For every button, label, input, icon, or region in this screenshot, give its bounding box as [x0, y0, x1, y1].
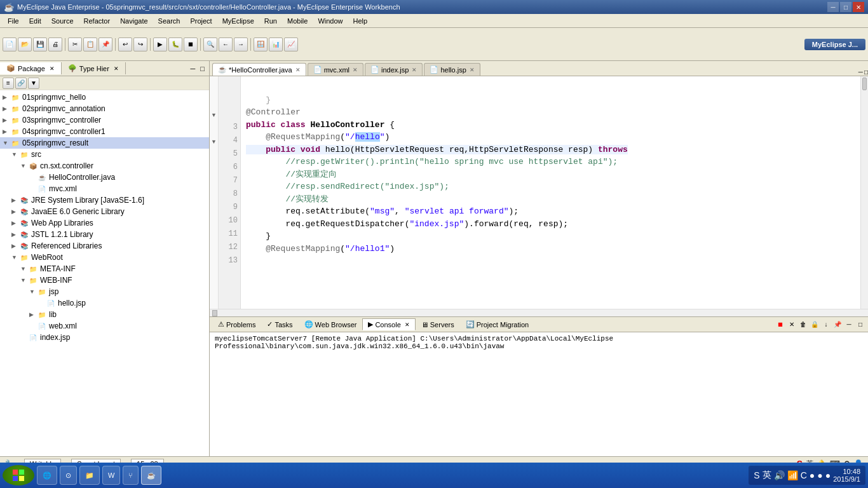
tab-close-mvcxml[interactable]: ✕ [353, 67, 358, 73]
list-item[interactable]: 📄 index.jsp [0, 332, 209, 343]
tray-network[interactable]: 📶 [787, 470, 798, 480]
fold-arrow[interactable]: ▼ [210, 108, 218, 121]
editor-hscrollbar[interactable] [210, 309, 868, 316]
tray-csdn[interactable]: C [801, 470, 807, 480]
tab-servers[interactable]: 🖥 Servers [416, 319, 460, 330]
editor-content[interactable]: ▼ ▼ 3 4 5 6 7 8 [210, 76, 868, 309]
list-item[interactable]: ▶ 📁 03springmvc_controller [0, 114, 209, 126]
list-item[interactable]: ▼ 📁 05springmvc_result [0, 137, 209, 149]
typehier-tab-close[interactable]: ✕ [114, 65, 119, 72]
myeclipse-button[interactable]: MyEclipse J... [804, 39, 865, 50]
tray-sogou[interactable]: S [754, 470, 759, 480]
console-pin[interactable]: 📌 [832, 320, 843, 330]
taskbar-file-manager[interactable]: 📁 [79, 466, 100, 485]
list-item[interactable]: ▼ 📁 jsp [0, 286, 209, 297]
tab-webbrowser[interactable]: 🌐 Web Browser [299, 318, 363, 330]
minimize-button[interactable]: ─ [827, 2, 839, 12]
list-item[interactable]: ▶ 📁 lib [0, 309, 209, 320]
editor-minimize[interactable]: ─ [858, 69, 863, 76]
taskbar-ie[interactable]: 🌐 [37, 466, 57, 485]
tree-link-editor[interactable]: 🔗 [15, 78, 27, 89]
tray-app2[interactable]: ● [817, 470, 822, 480]
list-item[interactable]: 📄 hello.jsp [0, 297, 209, 309]
tray-lang[interactable]: 英 [763, 470, 771, 481]
tab-console[interactable]: ▶ Console ✕ [362, 318, 415, 330]
menu-file[interactable]: File [3, 16, 24, 26]
hscrollbar-thumb[interactable] [212, 310, 217, 316]
tab-problems[interactable]: ⚠ Problems [212, 318, 261, 330]
list-item[interactable]: ▼ 📁 WebRoot [0, 252, 209, 263]
tab-indexjsp[interactable]: 📄 index.jsp ✕ [365, 63, 423, 76]
menu-myeclipse[interactable]: MyEclipse [217, 16, 259, 26]
tree-collapse-all[interactable]: ≡ [3, 78, 14, 89]
toolbar-btn-new[interactable]: 📄 [3, 37, 17, 51]
console-remove[interactable]: ✕ [787, 320, 797, 330]
start-button[interactable] [3, 465, 34, 485]
list-item[interactable]: ▶ 📚 JSTL 1.2.1 Library [0, 229, 209, 240]
tab-typehier[interactable]: 🌳 Type Hier ✕ [62, 62, 126, 74]
editor-maximize[interactable]: □ [864, 69, 868, 76]
menu-window[interactable]: Window [313, 16, 348, 26]
toolbar-btn-open[interactable]: 📂 [18, 37, 32, 51]
toolbar-btn-undo[interactable]: ↩ [118, 37, 132, 51]
tray-app1[interactable]: ● [810, 470, 815, 480]
tab-close-hellocontroller[interactable]: ✕ [295, 67, 301, 73]
toolbar-btn-run[interactable]: ▶ [153, 37, 167, 51]
list-item[interactable]: ▶ 📚 JRE System Library [JavaSE-1.6] [0, 194, 209, 206]
tab-projectmigration[interactable]: 🔄 Project Migration [460, 318, 535, 330]
toolbar-btn-paste[interactable]: 📌 [98, 37, 112, 51]
code-editor[interactable]: } @Controller public class HelloControll… [241, 76, 860, 309]
menu-navigate[interactable]: Navigate [115, 16, 153, 26]
tab-mvcxml[interactable]: 📄 mvc.xml ✕ [308, 63, 363, 76]
list-item[interactable]: ▶ 📁 02springmvc_annotation [0, 103, 209, 114]
console-maximize[interactable]: □ [855, 320, 865, 330]
list-item[interactable]: ▶ 📁 04springmvc_controller1 [0, 126, 209, 137]
console-stop[interactable]: ⏹ [775, 320, 785, 330]
tree-menu[interactable]: ▼ [28, 78, 39, 89]
menu-source[interactable]: Source [46, 16, 79, 26]
toolbar-btn-stop[interactable]: ⏹ [184, 37, 198, 51]
toolbar-btn-debug[interactable]: 🐛 [168, 37, 182, 51]
tab-tasks[interactable]: ✓ Tasks [261, 318, 298, 330]
taskbar-git[interactable]: ⑂ [123, 466, 139, 485]
toolbar-btn-perspective[interactable]: 🪟 [254, 37, 268, 51]
list-item[interactable]: ▼ 📁 META-INF [0, 263, 209, 274]
toolbar-btn-view2[interactable]: 📈 [284, 37, 298, 51]
toolbar-btn-search[interactable]: 🔍 [203, 37, 217, 51]
console-scroll-lock[interactable]: 🔒 [810, 320, 820, 330]
close-button[interactable]: ✕ [853, 2, 864, 12]
console-tab-close[interactable]: ✕ [405, 322, 410, 328]
list-item[interactable]: ▼ 📁 src [0, 149, 209, 160]
menu-edit[interactable]: Edit [24, 16, 46, 26]
console-minimize[interactable]: ─ [844, 320, 854, 330]
clock[interactable]: 10:48 2015/9/1 [833, 468, 860, 483]
toolbar-btn-redo[interactable]: ↪ [133, 37, 147, 51]
maximize-button[interactable]: □ [840, 2, 851, 12]
menu-search[interactable]: Search [153, 16, 186, 26]
tray-volume[interactable]: 🔊 [774, 470, 785, 480]
console-scroll-end[interactable]: ↓ [821, 320, 831, 330]
console-clear[interactable]: 🗑 [798, 320, 808, 330]
list-item[interactable]: ▶ 📚 Referenced Libraries [0, 240, 209, 252]
tab-hellocontroller[interactable]: ☕ *HelloController.java ✕ [212, 63, 306, 76]
tab-package[interactable]: 📦 Package ✕ [0, 62, 62, 74]
taskbar-word[interactable]: W [102, 466, 120, 485]
list-item[interactable]: ▶ 📚 Web App Libraries [0, 217, 209, 229]
package-tab-close[interactable]: ✕ [50, 65, 55, 72]
toolbar-btn-view1[interactable]: 📊 [269, 37, 283, 51]
toolbar-btn-forward[interactable]: → [234, 37, 248, 51]
panel-minimize[interactable]: ─ [189, 64, 198, 73]
menu-run[interactable]: Run [259, 16, 282, 26]
list-item[interactable]: ☕ HelloController.java [0, 172, 209, 183]
scrollbar-thumb[interactable] [862, 78, 867, 90]
list-item[interactable]: ▶ 📚 JavaEE 6.0 Generic Library [0, 206, 209, 217]
tray-app3[interactable]: ● [825, 470, 831, 480]
tab-hellojsp[interactable]: 📄 hello.jsp ✕ [424, 63, 480, 76]
toolbar-btn-save[interactable]: 💾 [33, 37, 47, 51]
tab-close-indexjsp[interactable]: ✕ [412, 67, 417, 73]
menu-refactor[interactable]: Refactor [79, 16, 116, 26]
editor-scrollbar[interactable] [860, 76, 868, 309]
menu-help[interactable]: Help [348, 16, 373, 26]
taskbar-chrome[interactable]: ⊙ [60, 466, 77, 485]
toolbar-btn-print[interactable]: 🖨 [48, 37, 62, 51]
